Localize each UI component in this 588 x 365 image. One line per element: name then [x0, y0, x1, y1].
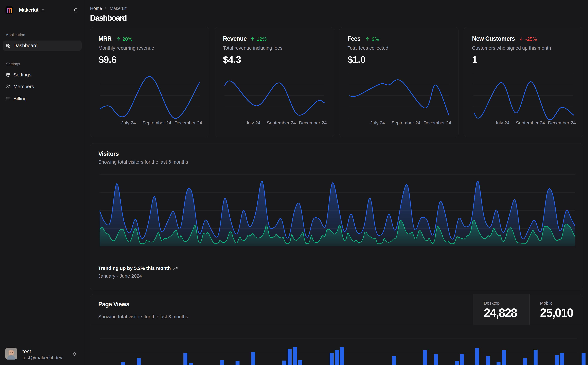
- svg-text:December 24: December 24: [423, 120, 451, 126]
- svg-text:September 24: September 24: [391, 120, 421, 126]
- svg-text:September 24: September 24: [516, 120, 545, 126]
- svg-text:July 24: July 24: [495, 120, 510, 126]
- svg-text:September 24: September 24: [267, 120, 296, 126]
- svg-text:December 24: December 24: [548, 120, 576, 126]
- svg-text:July 24: July 24: [370, 120, 385, 126]
- svg-text:December 24: December 24: [174, 120, 202, 126]
- svg-text:July 24: July 24: [121, 120, 136, 126]
- svg-text:September 24: September 24: [142, 120, 171, 126]
- svg-text:July 24: July 24: [246, 120, 261, 126]
- svg-text:December 24: December 24: [299, 120, 327, 126]
